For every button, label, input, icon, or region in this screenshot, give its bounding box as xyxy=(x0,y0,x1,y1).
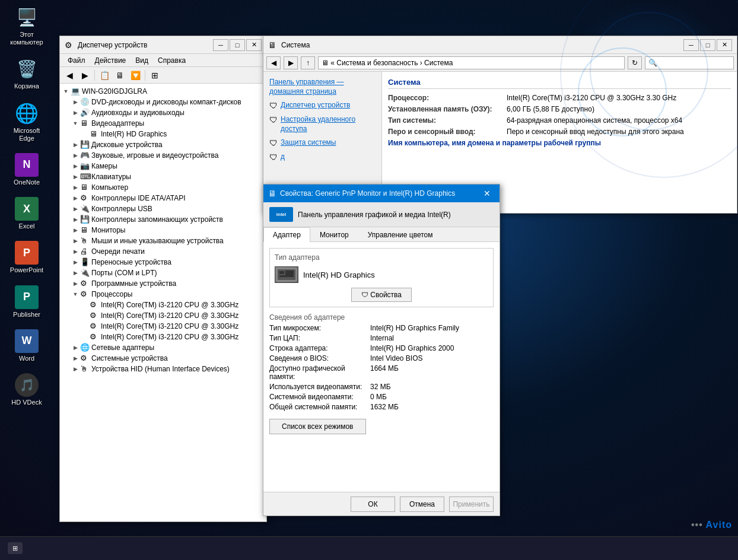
tree-item-print[interactable]: ▶ 🖨 Очереди печати xyxy=(60,246,266,257)
system-address-bar[interactable]: 🖥 « Система и безопасность › Система xyxy=(318,56,625,69)
list-modes-btn[interactable]: Список всех режимов xyxy=(269,419,366,434)
desktop-icon-excel[interactable]: X Excel xyxy=(3,195,50,233)
tree-item-dvd[interactable]: ▶ 💿 DVD-дисководы и дисководы компакт-ди… xyxy=(60,97,266,107)
tree-toggle-cpu[interactable]: ▼ xyxy=(71,289,80,300)
tree-item-usb[interactable]: ▶ 🔌 Контроллеры USB xyxy=(60,203,266,214)
tree-toggle-ide[interactable]: ▶ xyxy=(71,193,80,203)
sidebar-link-protection[interactable]: 🛡 Защита системы xyxy=(269,138,376,148)
footer-apply-btn[interactable]: Применить xyxy=(449,497,494,512)
desktop-icon-publisher[interactable]: P Publisher xyxy=(3,283,50,321)
sidebar-link-remote[interactable]: 🛡 Настройка удаленного доступа xyxy=(269,115,376,133)
tree-item-portable[interactable]: ▶ 📱 Переносные устройства xyxy=(60,257,266,268)
system-nav-back[interactable]: ◀ xyxy=(266,56,281,69)
toolbar-btn2[interactable]: 🖥 xyxy=(113,69,127,82)
system-nav-forward[interactable]: ▶ xyxy=(284,56,298,69)
tree-toggle-portable[interactable]: ▶ xyxy=(71,257,80,268)
desktop-icon-hvdeck[interactable]: 🎵 HD VDeck xyxy=(3,371,50,409)
footer-ok-btn[interactable]: ОК xyxy=(351,497,395,512)
tree-toggle-sysdev[interactable]: ▶ xyxy=(71,353,80,364)
tree-toggle-monitors[interactable]: ▶ xyxy=(71,225,80,236)
desktop-icon-edge[interactable]: 🌐 MicrosoftEdge xyxy=(3,99,50,145)
tree-toggle-audio[interactable]: ▶ xyxy=(71,107,80,118)
menu-help[interactable]: Справка xyxy=(153,55,190,66)
system-search-bar[interactable]: 🔍 xyxy=(645,56,734,69)
sidebar-link-more[interactable]: 🛡 д xyxy=(269,152,376,162)
desktop-icon-recycle[interactable]: 🗑️ Корзина xyxy=(3,55,50,93)
tree-toggle-disk[interactable]: ▶ xyxy=(71,139,80,150)
tab-adapter[interactable]: Адаптер xyxy=(263,227,310,242)
device-tree[interactable]: ▼ 💻 WIN-G20IGDJGLRA ▶ 💿 DVD-дисководы и … xyxy=(60,84,266,521)
tree-toggle-keyboard[interactable]: ▶ xyxy=(71,171,80,182)
tree-item-comp[interactable]: ▶ 🖥 Компьютер xyxy=(60,182,266,193)
tree-toggle-storage[interactable]: ▶ xyxy=(71,214,80,225)
sidebar-link-device-manager[interactable]: 🛡 Диспетчер устройств xyxy=(269,101,376,110)
tree-item-cpu3[interactable]: ⚙ Intel(R) Core(TM) i3-2120 CPU @ 3.30GH… xyxy=(60,321,266,332)
tree-item-ide[interactable]: ▶ ⚙ Контроллеры IDE ATA/ATAPI xyxy=(60,193,266,203)
desktop-icon-onenote[interactable]: N OneNote xyxy=(3,151,50,189)
toolbar-forward-btn[interactable]: ▶ xyxy=(78,69,92,82)
desktop-icon-word[interactable]: W Word xyxy=(3,327,50,365)
tree-toggle-hid[interactable]: ▶ xyxy=(71,364,80,374)
info-label-sys-mem: Общей системной памяти: xyxy=(269,403,370,411)
tree-toggle-mice[interactable]: ▶ xyxy=(71,236,80,246)
tree-item-cpu1[interactable]: ⚙ Intel(R) Core(TM) i3-2120 CPU @ 3.30GH… xyxy=(60,300,266,310)
tree-item-disk[interactable]: ▶ 💾 Дисковые устройства xyxy=(60,139,266,150)
tree-toggle-software[interactable]: ▶ xyxy=(71,278,80,289)
tree-toggle-camera[interactable]: ▶ xyxy=(71,161,80,171)
system-maximize-btn[interactable]: □ xyxy=(700,39,715,51)
device-manager-close-btn[interactable]: ✕ xyxy=(246,39,262,51)
cpu1-tree-label: Intel(R) Core(TM) i3-2120 CPU @ 3.30GHz xyxy=(101,301,238,309)
tree-item-storage[interactable]: ▶ 💾 Контроллеры запоминающих устройств xyxy=(60,214,266,225)
tree-toggle-computer[interactable]: ▼ xyxy=(61,86,71,97)
tree-item-audio[interactable]: ▶ 🔊 Аудиовходы и аудиовыходы xyxy=(60,107,266,118)
device-manager-minimize-btn[interactable]: ─ xyxy=(213,39,228,51)
system-close-btn[interactable]: ✕ xyxy=(717,39,732,51)
tree-item-sound[interactable]: ▶ 🎮 Звуковые, игровые и видеоустройства xyxy=(60,150,266,161)
tree-item-monitors[interactable]: ▶ 🖥 Мониторы xyxy=(60,225,266,236)
menu-action[interactable]: Действие xyxy=(90,55,131,66)
start-btn[interactable]: ⊞ xyxy=(8,542,23,554)
tree-item-cpu4[interactable]: ⚙ Intel(R) Core(TM) i3-2120 CPU @ 3.30GH… xyxy=(60,332,266,342)
tree-item-keyboard[interactable]: ▶ ⌨ Клавиатуры xyxy=(60,171,266,182)
tree-toggle-video[interactable]: ▼ xyxy=(71,118,80,129)
system-nav-up[interactable]: ↑ xyxy=(301,56,315,69)
system-nav-refresh[interactable]: ↻ xyxy=(628,56,642,69)
tree-toggle-ports[interactable]: ▶ xyxy=(71,268,80,278)
tree-item-hid[interactable]: ▶ 🖱 Устройства HID (Human Interface Devi… xyxy=(60,364,266,374)
menu-view[interactable]: Вид xyxy=(131,55,153,66)
desktop-icon-powerpoint[interactable]: P PowerPoint xyxy=(3,238,50,276)
toolbar-btn4[interactable]: ⊞ xyxy=(148,69,162,82)
desktop-icon-computer[interactable]: 🖥️ Этот компьютер xyxy=(3,3,50,49)
tree-item-video[interactable]: ▼ 🖥 Видеоадаптеры xyxy=(60,118,266,129)
tree-toggle-dvd[interactable]: ▶ xyxy=(71,97,80,107)
tree-item-mice[interactable]: ▶ 🖱 Мыши и иные указывающие устройства xyxy=(60,236,266,246)
tree-item-software[interactable]: ▶ ⚙ Программные устройства xyxy=(60,278,266,289)
toolbar-back-btn[interactable]: ◀ xyxy=(62,69,77,82)
sidebar-link-home[interactable]: Панель управления —домашняя страница xyxy=(269,78,376,96)
tree-item-cpu2[interactable]: ⚙ Intel(R) Core(TM) i3-2120 CPU @ 3.30GH… xyxy=(60,310,266,321)
footer-cancel-btn[interactable]: Отмена xyxy=(400,497,444,512)
tree-toggle-sound[interactable]: ▶ xyxy=(71,150,80,161)
tree-item-ports[interactable]: ▶ 🔌 Порты (COM и LPT) xyxy=(60,268,266,278)
tree-item-intel-hd[interactable]: 🖥 Intel(R) HD Graphics xyxy=(60,129,266,139)
device-manager-maximize-btn[interactable]: □ xyxy=(230,39,245,51)
system-minimize-btn[interactable]: ─ xyxy=(683,39,699,51)
tree-item-network[interactable]: ▶ 🌐 Сетевые адаптеры xyxy=(60,342,266,353)
tree-toggle-usb[interactable]: ▶ xyxy=(71,203,80,214)
tree-toggle-network[interactable]: ▶ xyxy=(71,342,80,353)
tree-item-computer[interactable]: ▼ 💻 WIN-G20IGDJGLRA xyxy=(60,86,266,97)
tree-item-camera[interactable]: ▶ 📷 Камеры xyxy=(60,161,266,171)
menu-file[interactable]: Файл xyxy=(63,55,90,66)
tab-color[interactable]: Управление цветом xyxy=(358,227,443,242)
toolbar-btn1[interactable]: 📋 xyxy=(97,69,112,82)
tree-item-sysdev[interactable]: ▶ ⚙ Системные устройства xyxy=(60,353,266,364)
tree-item-cpu[interactable]: ▼ ⚙ Процессоры xyxy=(60,289,266,300)
adapter-properties-btn[interactable]: 🛡 Свойства xyxy=(351,288,412,302)
tab-monitor[interactable]: Монитор xyxy=(310,227,358,242)
tree-toggle-comp[interactable]: ▶ xyxy=(71,182,80,193)
ports-tree-label: Порты (COM и LPT) xyxy=(91,269,157,277)
disk-tree-label: Дисковые устройства xyxy=(91,141,163,149)
properties-close-btn[interactable]: ✕ xyxy=(479,186,495,201)
tree-toggle-print[interactable]: ▶ xyxy=(71,246,80,257)
toolbar-btn3[interactable]: 🔽 xyxy=(128,69,142,82)
